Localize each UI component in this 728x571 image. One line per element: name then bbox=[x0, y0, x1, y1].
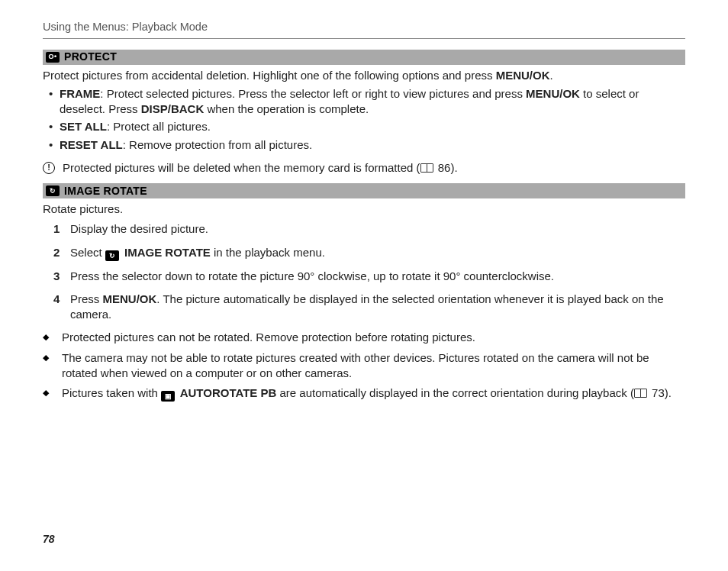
section-bar-protect: O• PROTECT bbox=[43, 50, 685, 65]
page-ref-number: 73). bbox=[649, 386, 672, 399]
step-number: 4 bbox=[53, 292, 64, 307]
text: in the playback menu. bbox=[211, 246, 325, 259]
text: Select bbox=[70, 246, 105, 259]
label-frame: FRAME bbox=[60, 87, 100, 100]
bullet-dot: • bbox=[49, 119, 55, 134]
note-text: Pictures taken with ▣ AUTOROTATE PB are … bbox=[62, 386, 672, 402]
note-text: Protected pictures can not be rotated. R… bbox=[62, 330, 475, 345]
rotate-icon: ↻ bbox=[46, 185, 60, 196]
protect-caution: Protected pictures will be deleted when … bbox=[43, 160, 685, 176]
note-icon bbox=[43, 386, 54, 399]
note-1: Protected pictures can not be rotated. R… bbox=[43, 330, 685, 345]
note-icon bbox=[43, 350, 54, 364]
menu-ok-label: MENU/OK bbox=[526, 87, 580, 100]
note-icon bbox=[43, 330, 54, 344]
autorotate-icon: ▣ bbox=[161, 391, 175, 402]
caution-text: Protected pictures will be deleted when … bbox=[63, 160, 458, 176]
option-reset-all-text: RESET ALL: Remove protection from all pi… bbox=[60, 137, 312, 153]
label-reset-all: RESET ALL bbox=[60, 138, 123, 151]
step-text: Display the desired picture. bbox=[70, 221, 208, 237]
text: . The picture automatically be displayed… bbox=[70, 292, 664, 321]
text: Protect pictures from accidental deletio… bbox=[43, 69, 496, 82]
menu-ok-label: MENU/OK bbox=[103, 292, 157, 305]
text: : Protect all pictures. bbox=[107, 120, 211, 133]
note-3: Pictures taken with ▣ AUTOROTATE PB are … bbox=[43, 386, 685, 402]
step-text: Press the selector down to rotate the pi… bbox=[70, 269, 554, 284]
page-ref-icon bbox=[420, 163, 433, 173]
menu-ok-label: MENU/OK bbox=[496, 69, 550, 82]
page-number: 78 bbox=[43, 532, 55, 547]
label-set-all: SET ALL bbox=[60, 120, 107, 133]
text: : Remove protection from all pictures. bbox=[123, 138, 312, 151]
option-frame: • FRAME: Protect selected pictures. Pres… bbox=[49, 86, 685, 118]
step-text: Press MENU/OK. The picture automatically… bbox=[70, 292, 685, 323]
option-set-all: • SET ALL: Protect all pictures. bbox=[49, 119, 685, 134]
header-rule bbox=[43, 38, 685, 39]
page-ref-number: 86). bbox=[435, 161, 458, 174]
page-content: Using the Menus: Playback Mode O• PROTEC… bbox=[0, 0, 728, 402]
section-title-protect: PROTECT bbox=[64, 50, 117, 64]
protect-options-list: • FRAME: Protect selected pictures. Pres… bbox=[43, 86, 685, 153]
option-reset-all: • RESET ALL: Remove protection from all … bbox=[49, 137, 685, 153]
text: Protected pictures will be deleted when … bbox=[63, 161, 420, 174]
text: . bbox=[550, 69, 553, 82]
step-number: 3 bbox=[53, 269, 64, 284]
step-number: 1 bbox=[53, 221, 64, 237]
bullet-dot: • bbox=[49, 86, 55, 118]
bullet-dot: • bbox=[49, 137, 55, 153]
running-head: Using the Menus: Playback Mode bbox=[43, 20, 685, 35]
text: : Protect selected pictures. Press the s… bbox=[100, 87, 526, 100]
step-1: 1 Display the desired picture. bbox=[53, 221, 685, 237]
step-text: Select ↻ IMAGE ROTATE in the playback me… bbox=[70, 245, 325, 261]
step-3: 3 Press the selector down to rotate the … bbox=[53, 269, 685, 284]
rotate-menu-icon: ↻ bbox=[105, 250, 119, 261]
step-4: 4 Press MENU/OK. The picture automatical… bbox=[53, 292, 685, 323]
step-number: 2 bbox=[53, 245, 64, 260]
protect-icon: O• bbox=[46, 52, 60, 63]
protect-intro: Protect pictures from accidental deletio… bbox=[43, 68, 685, 83]
text: when the operation is complete. bbox=[204, 102, 369, 115]
page-ref-icon bbox=[634, 389, 647, 398]
note-text: The camera may not be able to rotate pic… bbox=[62, 350, 685, 382]
autorotate-pb-label: AUTOROTATE PB bbox=[177, 386, 276, 399]
image-rotate-label: IMAGE ROTATE bbox=[121, 246, 211, 259]
section-title-image-rotate: IMAGE ROTATE bbox=[64, 184, 147, 198]
text: Pictures taken with bbox=[62, 386, 161, 399]
note-2: The camera may not be able to rotate pic… bbox=[43, 350, 685, 382]
caution-icon bbox=[43, 162, 55, 174]
text: Press bbox=[70, 292, 103, 305]
disp-back-label: DISP/BACK bbox=[141, 102, 205, 115]
rotate-steps: 1 Display the desired picture. 2 Select … bbox=[53, 221, 685, 322]
rotate-notes: Protected pictures can not be rotated. R… bbox=[43, 330, 685, 402]
option-frame-text: FRAME: Protect selected pictures. Press … bbox=[60, 86, 685, 118]
step-2: 2 Select ↻ IMAGE ROTATE in the playback … bbox=[53, 245, 685, 261]
section-bar-image-rotate: ↻ IMAGE ROTATE bbox=[43, 183, 685, 198]
text: are automatically displayed in the corre… bbox=[276, 386, 634, 399]
option-set-all-text: SET ALL: Protect all pictures. bbox=[60, 119, 211, 134]
rotate-intro: Rotate pictures. bbox=[43, 202, 685, 217]
